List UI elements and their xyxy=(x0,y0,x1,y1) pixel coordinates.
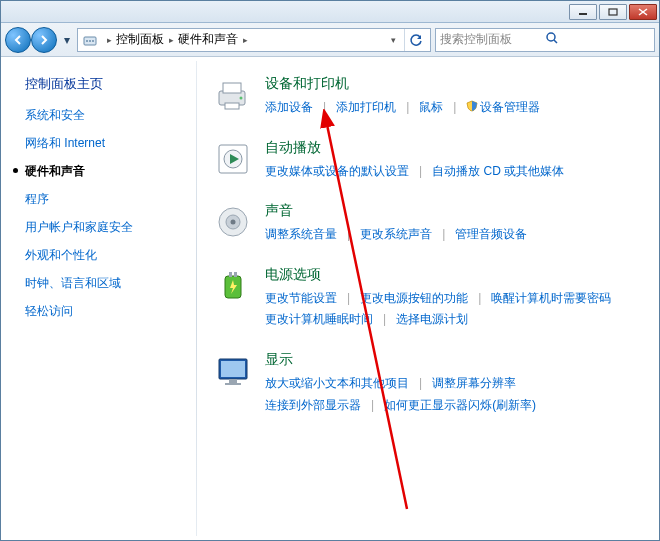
sidebar-list: 系统和安全网络和 Internet硬件和声音程序用户帐户和家庭安全外观和个性化时… xyxy=(25,107,196,320)
task-link[interactable]: 选择电源计划 xyxy=(396,309,468,331)
search-icon[interactable] xyxy=(545,31,650,48)
task-link[interactable]: 鼠标 xyxy=(419,97,443,119)
links-row: 更改媒体或设备的默认设置|自动播放 CD 或其他媒体 xyxy=(265,161,645,183)
category-section: 设备和打印机添加设备|添加打印机|鼠标|设备管理器 xyxy=(213,75,645,119)
section-body: 自动播放更改媒体或设备的默认设置|自动播放 CD 或其他媒体 xyxy=(265,139,645,183)
titlebar xyxy=(1,1,659,23)
svg-point-5 xyxy=(86,40,88,42)
search-box[interactable]: 搜索控制面板 xyxy=(435,28,655,52)
separator: | xyxy=(347,288,350,310)
task-link[interactable]: 更改节能设置 xyxy=(265,288,337,310)
svg-rect-1 xyxy=(609,9,617,15)
separator: | xyxy=(419,373,422,395)
category-section: 自动播放更改媒体或设备的默认设置|自动播放 CD 或其他媒体 xyxy=(213,139,645,183)
task-link[interactable]: 调整系统音量 xyxy=(265,224,337,246)
maximize-button[interactable] xyxy=(599,4,627,20)
task-link[interactable]: 更改媒体或设备的默认设置 xyxy=(265,161,409,183)
control-panel-icon xyxy=(82,32,98,48)
svg-rect-11 xyxy=(223,83,241,93)
svg-rect-20 xyxy=(229,272,232,277)
category-section: 显示放大或缩小文本和其他项目|调整屏幕分辨率连接到外部显示器|如何更正显示器闪烁… xyxy=(213,351,645,416)
control-panel-window: ▾ ▸ 控制面板 ▸ 硬件和声音 ▸ ▾ 搜索控制面板 xyxy=(0,0,660,541)
separator: | xyxy=(371,395,374,417)
separator: | xyxy=(442,224,445,246)
breadcrumb-current[interactable]: 硬件和声音 xyxy=(178,31,238,48)
separator: | xyxy=(419,161,422,183)
task-link[interactable]: 放大或缩小文本和其他项目 xyxy=(265,373,409,395)
links-row: 放大或缩小文本和其他项目|调整屏幕分辨率 xyxy=(265,373,645,395)
task-link[interactable]: 管理音频设备 xyxy=(455,224,527,246)
svg-rect-25 xyxy=(225,383,241,385)
svg-point-7 xyxy=(92,40,94,42)
task-link[interactable]: 连接到外部显示器 xyxy=(265,395,361,417)
section-title[interactable]: 声音 xyxy=(265,202,645,220)
search-placeholder: 搜索控制面板 xyxy=(440,31,545,48)
forward-button[interactable] xyxy=(31,27,57,53)
section-title[interactable]: 显示 xyxy=(265,351,645,369)
task-link[interactable]: 唤醒计算机时需要密码 xyxy=(491,288,611,310)
sidebar-item[interactable]: 时钟、语言和区域 xyxy=(25,275,196,292)
history-dropdown-icon[interactable]: ▾ xyxy=(61,33,73,47)
task-link[interactable]: 如何更正显示器闪烁(刷新率) xyxy=(384,395,536,417)
sidebar-item[interactable]: 用户帐户和家庭安全 xyxy=(25,219,196,236)
power-icon[interactable] xyxy=(213,266,253,306)
address-bar-row: ▾ ▸ 控制面板 ▸ 硬件和声音 ▸ ▾ 搜索控制面板 xyxy=(1,23,659,57)
task-link[interactable]: 调整屏幕分辨率 xyxy=(432,373,516,395)
chevron-right-icon[interactable]: ▸ xyxy=(240,35,250,45)
task-link[interactable]: 设备管理器 xyxy=(466,97,540,119)
close-button[interactable] xyxy=(629,4,657,20)
separator: | xyxy=(323,97,326,119)
sidebar-item[interactable]: 网络和 Internet xyxy=(25,135,196,152)
display-icon[interactable] xyxy=(213,351,253,391)
chevron-right-icon[interactable]: ▸ xyxy=(104,35,114,45)
svg-rect-12 xyxy=(225,103,239,109)
links-row: 添加设备|添加打印机|鼠标|设备管理器 xyxy=(265,97,645,119)
task-link[interactable]: 添加设备 xyxy=(265,97,313,119)
content-area: 设备和打印机添加设备|添加打印机|鼠标|设备管理器自动播放更改媒体或设备的默认设… xyxy=(197,57,659,540)
sidebar-item[interactable]: 轻松访问 xyxy=(25,303,196,320)
section-body: 声音调整系统音量|更改系统声音|管理音频设备 xyxy=(265,202,645,246)
separator: | xyxy=(478,288,481,310)
sidebar: 控制面板主页 系统和安全网络和 Internet硬件和声音程序用户帐户和家庭安全… xyxy=(1,57,196,540)
separator: | xyxy=(347,224,350,246)
body: 控制面板主页 系统和安全网络和 Internet硬件和声音程序用户帐户和家庭安全… xyxy=(1,57,659,540)
sidebar-item[interactable]: 外观和个性化 xyxy=(25,247,196,264)
task-link[interactable]: 更改电源按钮的功能 xyxy=(360,288,468,310)
sidebar-item[interactable]: 程序 xyxy=(25,191,196,208)
sidebar-item[interactable]: 系统和安全 xyxy=(25,107,196,124)
task-link[interactable]: 添加打印机 xyxy=(336,97,396,119)
svg-rect-24 xyxy=(229,379,237,383)
task-link[interactable]: 自动播放 CD 或其他媒体 xyxy=(432,161,564,183)
back-button[interactable] xyxy=(5,27,31,53)
svg-point-6 xyxy=(89,40,91,42)
autoplay-icon[interactable] xyxy=(213,139,253,179)
breadcrumb-root[interactable]: 控制面板 xyxy=(116,31,164,48)
section-body: 电源选项更改节能设置|更改电源按钮的功能|唤醒计算机时需要密码更改计算机睡眠时间… xyxy=(265,266,645,331)
category-section: 声音调整系统音量|更改系统声音|管理音频设备 xyxy=(213,202,645,246)
section-body: 显示放大或缩小文本和其他项目|调整屏幕分辨率连接到外部显示器|如何更正显示器闪烁… xyxy=(265,351,645,416)
svg-point-13 xyxy=(240,97,243,100)
separator: | xyxy=(453,97,456,119)
address-box[interactable]: ▸ 控制面板 ▸ 硬件和声音 ▸ ▾ xyxy=(77,28,431,52)
separator: | xyxy=(406,97,409,119)
section-title[interactable]: 电源选项 xyxy=(265,266,645,284)
devices-printers-icon[interactable] xyxy=(213,75,253,115)
task-link[interactable]: 更改计算机睡眠时间 xyxy=(265,309,373,331)
section-title[interactable]: 设备和打印机 xyxy=(265,75,645,93)
sidebar-title[interactable]: 控制面板主页 xyxy=(25,75,196,93)
task-link[interactable]: 更改系统声音 xyxy=(360,224,432,246)
minimize-button[interactable] xyxy=(569,4,597,20)
section-title[interactable]: 自动播放 xyxy=(265,139,645,157)
chevron-right-icon[interactable]: ▸ xyxy=(166,35,176,45)
refresh-button[interactable] xyxy=(404,29,426,51)
sound-icon[interactable] xyxy=(213,202,253,242)
svg-line-9 xyxy=(554,40,557,43)
links-row: 更改节能设置|更改电源按钮的功能|唤醒计算机时需要密码 xyxy=(265,288,645,310)
category-section: 电源选项更改节能设置|更改电源按钮的功能|唤醒计算机时需要密码更改计算机睡眠时间… xyxy=(213,266,645,331)
address-dropdown-icon[interactable]: ▾ xyxy=(391,35,396,45)
svg-point-8 xyxy=(547,33,555,41)
nav-buttons xyxy=(5,27,57,53)
svg-point-18 xyxy=(231,220,236,225)
section-body: 设备和打印机添加设备|添加打印机|鼠标|设备管理器 xyxy=(265,75,645,119)
sidebar-item[interactable]: 硬件和声音 xyxy=(25,163,196,180)
